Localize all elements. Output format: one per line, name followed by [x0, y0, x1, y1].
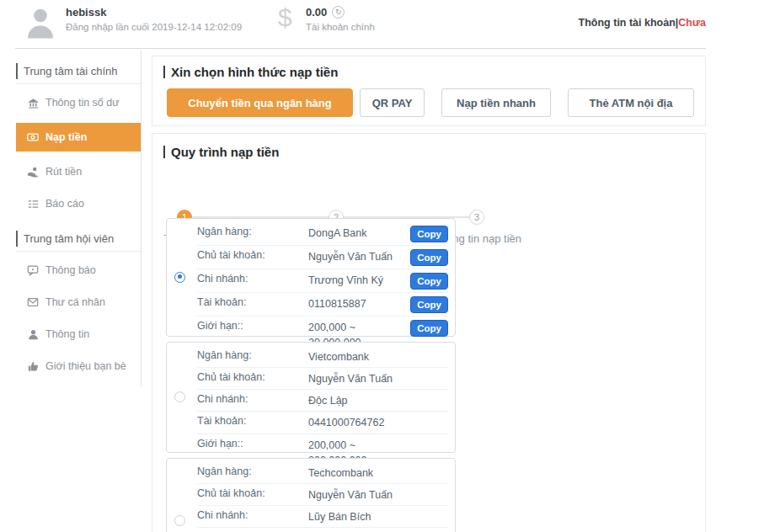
row-value: Nguyễn Văn Tuấn [308, 371, 448, 386]
method-buttons: Chuyển tiền qua ngân hàng QR PAY Nạp tiề… [167, 88, 694, 117]
row-label: Chi nhánh: [197, 273, 308, 285]
row-label: Chủ tài khoản: [197, 487, 308, 499]
sidebar-item-label: Nạp tiền [45, 131, 87, 143]
deposit-stepper: 1 2 3 Tài khoản nhận Thông tin chuyển kh… [152, 172, 705, 222]
account-row: Chủ tài khoản: Nguyễn Văn Tuấn [197, 368, 448, 390]
sidebar-divider [141, 51, 142, 387]
sidebar-item-withdraw[interactable]: Rút tiền [16, 158, 141, 185]
heading-bar [163, 146, 165, 158]
heading-bar [163, 66, 165, 78]
method-bank-transfer-button[interactable]: Chuyển tiền qua ngân hàng [167, 88, 353, 117]
account-radio[interactable] [174, 515, 185, 526]
mail-icon [27, 296, 39, 308]
sidebar-item-profile[interactable]: Thông tin [16, 321, 141, 348]
dollar-icon: $ [278, 3, 292, 32]
account-row: Ngân hàng: Vietcombank [197, 346, 448, 368]
person-icon [27, 328, 39, 340]
account-info-status: Chưa [678, 17, 706, 29]
method-atm-card-button[interactable]: Thẻ ATM nội địa [568, 88, 694, 117]
avatar [25, 5, 56, 39]
thumbs-up-icon [27, 360, 39, 372]
account-radio[interactable] [174, 391, 185, 402]
method-fast-deposit-button[interactable]: Nạp tiền nhanh [441, 88, 551, 117]
row-label: Chủ tài khoản: [197, 249, 308, 261]
process-heading: Quy trình nạp tiền [163, 145, 705, 159]
sidebar-item-label: Báo cáo [45, 198, 84, 210]
row-label: Ngân hàng: [197, 349, 308, 361]
copy-button[interactable]: Copy [410, 273, 448, 290]
account-radio-selected[interactable] [174, 272, 185, 283]
sidebar-item-personal-mail[interactable]: Thư cá nhân [16, 289, 141, 316]
account-row: Ngân hàng: Techcombank [197, 462, 448, 484]
method-qr-pay-button[interactable]: QR PAY [360, 88, 425, 117]
sidebar: Trung tâm tài chính Thông tin số dư Nạp … [16, 51, 141, 380]
sidebar-item-deposit[interactable]: Nạp tiền [16, 123, 141, 152]
method-heading: Xin chọn hình thức nạp tiền [163, 65, 705, 79]
method-heading-text: Xin chọn hình thức nạp tiền [171, 65, 338, 79]
process-heading-text: Quy trình nạp tiền [171, 145, 279, 159]
sidebar-item-label: Rút tiền [45, 166, 82, 178]
balance-label: Tài khoản chính [306, 22, 375, 32]
row-label: Chủ tài khoản: [197, 371, 308, 383]
row-value: Nguyễn Văn Tuấn [308, 249, 407, 264]
sidebar-item-label: Giới thiệu bạn bè [45, 360, 126, 372]
row-value: 0441000764762 [308, 415, 448, 430]
sidebar-item-label: Thông tin [45, 328, 89, 340]
sidebar-item-refer-friends[interactable]: Giới thiệu bạn bè [16, 353, 141, 380]
row-value: Vietcombank [308, 349, 448, 364]
account-row: Ngân hàng: DongA Bank Copy [197, 222, 448, 246]
account-row: Chi nhánh: Lũy Bán Bích [197, 506, 448, 528]
row-label: Ngân hàng: [197, 466, 308, 477]
withdraw-icon [27, 166, 39, 178]
sidebar-item-report[interactable]: Báo cáo [16, 190, 141, 217]
last-login: Đăng nhập lần cuối 2019-12-14 12:02:09 [66, 22, 242, 32]
account-row: Chi nhánh: Trương Vĩnh Ký Copy [197, 269, 448, 293]
row-value: DongA Bank [308, 226, 407, 241]
row-value: Techcombank [308, 466, 448, 481]
copy-button[interactable]: Copy [410, 320, 448, 337]
copy-button[interactable]: Copy [410, 226, 448, 242]
row-label: Ngân hàng: [197, 226, 308, 237]
copy-button[interactable]: Copy [410, 249, 448, 266]
account-row: Chủ tài khoản: Nguyễn Văn Tuấn [197, 484, 448, 506]
row-value: 0110815887 [308, 296, 407, 311]
row-label: Giới hạn:: [197, 320, 308, 332]
report-icon [27, 198, 39, 210]
account-row: Tài khoản: 19032698315016 [197, 528, 448, 532]
step-3-circle: 3 [469, 210, 484, 225]
row-value: Lũy Bán Bích [308, 509, 448, 524]
row-value: Nguyễn Văn Tuấn [308, 487, 448, 503]
username: hebissk [66, 6, 242, 19]
notification-icon [27, 264, 39, 276]
refresh-icon[interactable]: ↻ [332, 6, 345, 19]
account-row: Tài khoản: 0110815887 Copy [197, 293, 448, 317]
sidebar-item-notifications[interactable]: Thông báo [16, 257, 141, 284]
account-info-label: Thông tin tài khoản [579, 17, 676, 29]
banknote-icon [27, 131, 39, 143]
sidebar-item-balance-info[interactable]: Thông tin số dư [16, 89, 141, 116]
row-value: Trương Vĩnh Ký [308, 273, 407, 288]
account-row: Tài khoản: 0441000764762 [197, 412, 448, 434]
account-row: Chi nhánh: Độc Lập [197, 390, 448, 412]
divider [16, 83, 141, 84]
row-label: Chi nhánh: [197, 393, 308, 405]
sidebar-section-finance-title: Trung tâm tài chính [16, 63, 141, 79]
bank-account-card-vietcombank[interactable]: Ngân hàng: Vietcombank Chủ tài khoản: Ng… [166, 342, 456, 453]
row-label: Chi nhánh: [197, 509, 308, 521]
bank-account-card-techcombank[interactable]: Ngân hàng: Techcombank Chủ tài khoản: Ng… [166, 458, 456, 532]
account-info-link[interactable]: Thông tin tài khoản|Chưa [579, 17, 706, 29]
bank-account-card-donga[interactable]: Ngân hàng: DongA Bank Copy Chủ tài khoản… [166, 218, 456, 337]
balance-value: 0.00 [306, 6, 327, 19]
sidebar-section-member-title: Trung tâm hội viên [16, 231, 141, 247]
deposit-process-panel: Quy trình nạp tiền 1 2 3 Tài khoản nhận … [152, 133, 706, 532]
top-header: hebissk Đăng nhập lần cuối 2019-12-14 12… [15, 0, 706, 49]
sidebar-item-label: Thông tin số dư [45, 97, 120, 109]
row-label: Giới hạn:: [197, 438, 308, 450]
row-label: Tài khoản: [197, 296, 308, 308]
account-row: Chủ tài khoản: Nguyễn Văn Tuấn Copy [197, 246, 448, 269]
sidebar-item-label: Thông báo [45, 264, 96, 276]
row-label: Tài khoản: [197, 415, 308, 427]
copy-button[interactable]: Copy [410, 296, 448, 313]
bank-icon [27, 97, 39, 109]
deposit-method-panel: Xin chọn hình thức nạp tiền Chuyển tiền … [152, 56, 706, 126]
